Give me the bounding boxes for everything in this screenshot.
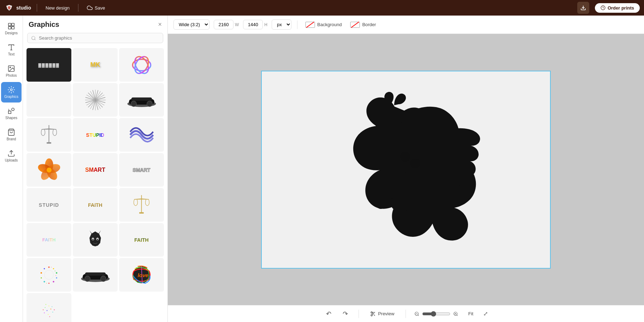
list-item[interactable] (73, 223, 118, 257)
item-visual (37, 88, 61, 112)
main-layout: Designs Text Photos Graphics (0, 16, 644, 322)
list-item[interactable] (73, 83, 118, 117)
bottom-bar: ↶ ↷ Preview Fit (168, 305, 644, 322)
search-input[interactable] (39, 35, 159, 41)
logo-text: studio (16, 5, 31, 11)
panel-header: Graphics × (23, 16, 167, 31)
new-design-button[interactable]: New design (43, 4, 72, 12)
svg-point-14 (132, 54, 151, 76)
design-canvas[interactable] (261, 71, 551, 269)
item-label: MK (90, 61, 100, 69)
svg-point-11 (32, 36, 35, 39)
expand-button[interactable]: ⤢ (483, 310, 488, 317)
item-visual: love (130, 263, 153, 286)
svg-point-90 (51, 309, 52, 310)
list-item[interactable]: ▓▓▓▓▓▓ (26, 48, 71, 82)
sidebar-item-designs[interactable]: Designs (1, 18, 22, 39)
bb-separator1 (359, 310, 359, 318)
svg-point-76 (55, 275, 56, 276)
background-button[interactable]: Background (303, 19, 344, 30)
svg-point-62 (92, 239, 93, 240)
sidebar-item-text[interactable]: Text (1, 40, 22, 60)
list-item[interactable]: SMART (73, 153, 118, 187)
topbar-divider2 (78, 4, 78, 12)
height-input[interactable] (243, 20, 263, 29)
redo-button[interactable]: ↷ (341, 309, 350, 319)
svg-rect-3 (8, 27, 11, 29)
sidebar-item-graphics[interactable]: Graphics (1, 82, 22, 103)
graphics-grid: ▓▓▓▓▓▓ MK (23, 47, 167, 322)
sidebar-item-uploads[interactable]: Uploads (1, 146, 22, 166)
svg-rect-41 (131, 98, 152, 101)
photos-label: Photos (6, 74, 17, 77)
download-button[interactable] (577, 2, 589, 14)
item-label: FAITH (134, 237, 148, 243)
order-prints-button[interactable]: Order prints (595, 3, 640, 13)
undo-button[interactable]: ↶ (324, 309, 333, 319)
fit-button[interactable]: Fit (465, 310, 476, 318)
list-item[interactable] (119, 118, 164, 152)
svg-rect-81 (85, 273, 106, 276)
item-label: FAITH (42, 237, 56, 242)
list-item[interactable] (26, 153, 71, 187)
svg-point-96 (46, 304, 46, 305)
icon-sidebar: Designs Text Photos Graphics (0, 16, 23, 322)
unit-select[interactable]: px (272, 19, 291, 30)
list-item[interactable] (26, 118, 71, 152)
toolbar-separator (297, 21, 297, 29)
item-label: FAITH (88, 202, 102, 208)
svg-point-73 (44, 268, 45, 269)
list-item[interactable] (26, 293, 71, 322)
list-item[interactable] (26, 83, 71, 117)
item-label: SMART (133, 167, 150, 173)
svg-point-72 (41, 272, 42, 274)
uploads-icon (7, 150, 15, 157)
svg-point-54 (47, 168, 52, 172)
list-item[interactable]: MK (73, 48, 118, 82)
background-slash-icon (305, 21, 315, 29)
logo: studio (4, 4, 31, 12)
width-label: W (235, 22, 239, 27)
border-button[interactable]: Border (348, 19, 378, 30)
width-input[interactable] (214, 20, 234, 29)
size-preset-select[interactable]: Wide (3:2) (173, 19, 209, 30)
bg-icon-svg (305, 21, 315, 29)
svg-point-66 (56, 272, 57, 274)
svg-point-103 (371, 315, 372, 316)
svg-rect-57 (139, 212, 144, 214)
list-item[interactable]: FAITH (119, 223, 164, 257)
border-label: Border (362, 22, 376, 27)
item-visual (129, 53, 154, 77)
list-item[interactable] (73, 258, 118, 292)
grid: ▓▓▓▓▓▓ MK (26, 48, 164, 322)
list-item[interactable]: FAITH (26, 223, 71, 257)
order-prints-label: Order prints (608, 5, 634, 11)
svg-point-88 (47, 310, 48, 311)
sidebar-item-brand[interactable]: Brand (1, 124, 22, 145)
search-icon (31, 36, 36, 41)
list-item[interactable] (119, 48, 164, 82)
graphics-label: Graphics (4, 95, 18, 99)
preview-button[interactable]: Preview (367, 310, 397, 318)
zoom-slider[interactable] (422, 311, 450, 317)
save-button[interactable]: Save (84, 4, 108, 12)
sidebar-item-shapes[interactable]: Shapes (1, 103, 22, 124)
uploads-label: Uploads (5, 158, 18, 162)
sidebar-item-photos[interactable]: Photos (1, 61, 22, 81)
list-item[interactable]: FAITH (73, 188, 118, 222)
svg-point-83 (100, 276, 106, 282)
list-item[interactable]: STUPID (26, 188, 71, 222)
svg-rect-4 (12, 27, 14, 29)
list-item[interactable] (26, 258, 71, 292)
svg-point-97 (49, 316, 50, 317)
list-item[interactable]: love (119, 258, 164, 292)
panel-close-button[interactable]: × (158, 21, 162, 28)
list-item[interactable]: SMART (119, 153, 164, 187)
svg-point-74 (51, 267, 52, 268)
zoom-icon (414, 311, 419, 316)
height-group: H (243, 20, 267, 29)
list-item[interactable]: STUPID (73, 118, 118, 152)
list-item[interactable] (119, 83, 164, 117)
list-item[interactable] (119, 188, 164, 222)
dragon-graphic[interactable] (319, 86, 492, 253)
